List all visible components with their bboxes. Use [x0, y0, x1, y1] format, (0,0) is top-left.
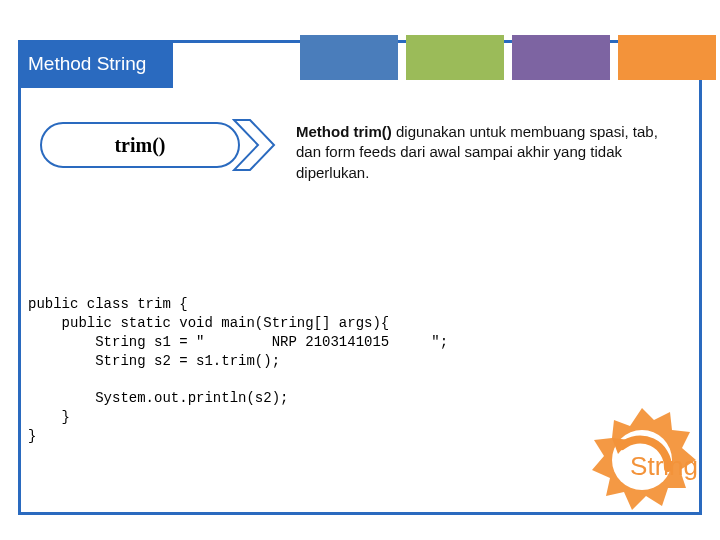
page-title-tab: Method String: [18, 40, 173, 88]
page-title: Method String: [28, 53, 146, 75]
description-bold: Method trim(): [296, 123, 392, 140]
decorative-tabs: [300, 35, 716, 80]
tab-orange: [618, 35, 716, 80]
code-block: public class trim { public static void m…: [28, 295, 448, 446]
method-name: trim(): [114, 134, 165, 157]
tab-blue: [300, 35, 398, 80]
tab-green: [406, 35, 504, 80]
tab-purple: [512, 35, 610, 80]
method-name-badge: trim(): [40, 122, 240, 168]
method-description: Method trim() digunakan untuk membuang s…: [296, 122, 676, 183]
gear-label: String: [630, 451, 698, 482]
